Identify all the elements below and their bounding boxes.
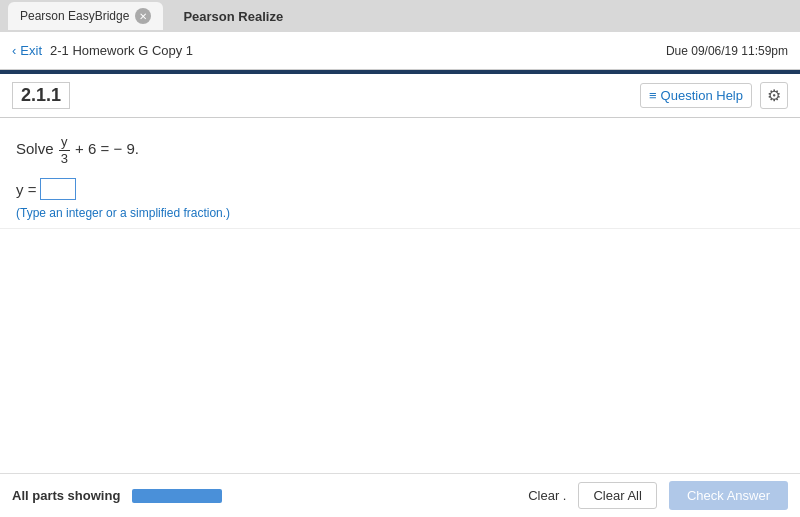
question-header: 2.1.1 ≡ Question Help ⚙ (0, 74, 800, 118)
equation-suffix: + 6 = − 9. (75, 140, 139, 157)
solve-word: Solve (16, 140, 54, 157)
due-date: Due 09/06/19 11:59pm (666, 44, 788, 58)
fraction-denominator: 3 (59, 151, 70, 167)
question-help-label: Question Help (661, 88, 743, 103)
check-answer-label: Check Answer (687, 488, 770, 503)
list-icon: ≡ (649, 88, 657, 103)
header-bar: ‹ Exit 2-1 Homework G Copy 1 Due 09/06/1… (0, 32, 800, 70)
tab-easybridge[interactable]: Pearson EasyBridge ✕ (8, 2, 163, 30)
check-answer-button[interactable]: Check Answer (669, 481, 788, 510)
answer-input[interactable] (40, 178, 76, 200)
y-label: y = (16, 181, 36, 198)
fraction: y 3 (59, 134, 70, 166)
workspace (0, 229, 800, 499)
problem-area: Solve y 3 + 6 = − 9. y = (Type an intege… (0, 118, 800, 229)
fraction-numerator: y (59, 134, 70, 151)
tab-realize-label[interactable]: Pearson Realize (183, 9, 283, 24)
question-help-button[interactable]: ≡ Question Help (640, 83, 752, 108)
exit-label: Exit (20, 43, 42, 58)
settings-button[interactable]: ⚙ (760, 82, 788, 109)
tab-close-icon[interactable]: ✕ (135, 8, 151, 24)
problem-text: Solve y 3 + 6 = − 9. (16, 134, 784, 166)
all-parts-label: All parts showing (12, 488, 120, 503)
footer-left: All parts showing (12, 488, 222, 503)
question-tools: ≡ Question Help ⚙ (640, 82, 788, 109)
hint-text: (Type an integer or a simplified fractio… (16, 206, 784, 220)
tab-easybridge-label: Pearson EasyBridge (20, 9, 129, 23)
gear-icon: ⚙ (767, 87, 781, 104)
progress-bar (132, 489, 222, 503)
clear-all-label: Clear All (593, 488, 641, 503)
homework-title: 2-1 Homework G Copy 1 (50, 43, 193, 58)
back-arrow-icon: ‹ (12, 43, 16, 58)
footer: All parts showing Clear . Clear All Chec… (0, 473, 800, 517)
question-number: 2.1.1 (12, 82, 70, 109)
clear-dot-label: Clear . (528, 488, 566, 503)
exit-button[interactable]: ‹ Exit (12, 43, 42, 58)
clear-all-button[interactable]: Clear All (578, 482, 656, 509)
answer-row: y = (16, 178, 784, 200)
tabs-bar: Pearson EasyBridge ✕ Pearson Realize (0, 0, 800, 32)
